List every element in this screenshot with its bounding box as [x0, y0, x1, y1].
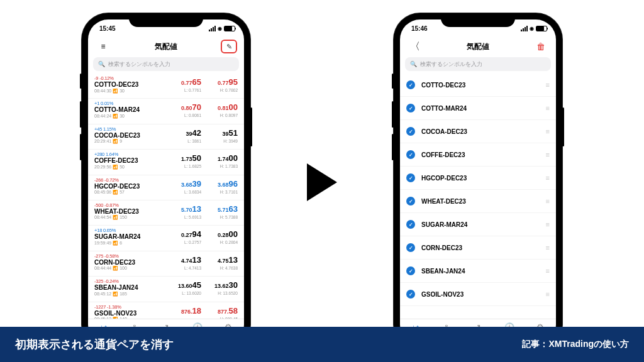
symbol-name: SUGAR-MAR24: [421, 221, 540, 228]
status-indicators: ◉: [521, 26, 547, 31]
edit-row[interactable]: ✓COFFE-DEC23≡: [400, 143, 556, 167]
quote-row[interactable]: +280 1.64%COFFE-DEC2320:29:56 📶 501.7350…: [88, 150, 244, 175]
ask-price: 3951: [223, 128, 238, 138]
high-price: H: 3949: [223, 139, 238, 143]
ask-price: 0.2800: [218, 229, 238, 239]
drag-handle-icon[interactable]: ≡: [546, 267, 548, 275]
search-field[interactable]: 🔍 検索するシンボルを入力: [93, 57, 239, 71]
quotes-list[interactable]: -9 -0.12%COTTO-DEC2308:44:30 📶 300.7765L…: [88, 74, 244, 319]
edit-row[interactable]: ✓GSOIL-NOV23≡: [400, 283, 556, 306]
timestamp: 20:29:56 📶 50: [94, 165, 171, 170]
timestamp: 08:45:12 📶 185: [94, 292, 171, 297]
check-icon[interactable]: ✓: [406, 290, 415, 299]
bid-price: 0.7765: [181, 77, 201, 87]
drag-handle-icon[interactable]: ≡: [546, 197, 548, 205]
low-price: L: 1.6825: [184, 164, 201, 168]
bid-price: 4.7413: [181, 255, 201, 265]
quote-row[interactable]: -325 -0.24%SBEAN-JAN2408:45:12 📶 18513.6…: [88, 277, 244, 302]
timestamp: 19:59:49 📶 6: [94, 241, 171, 246]
quote-row[interactable]: -266 -0.72%HGCOP-DEC2308:45:06 📶 573.683…: [88, 175, 244, 200]
change: +45 1.15%: [94, 126, 171, 132]
bid-price: 5.7013: [181, 204, 201, 214]
symbol-name: WHEAT-DEC23: [94, 208, 171, 216]
edit-row[interactable]: ✓WHEAT-DEC23≡: [400, 190, 556, 213]
check-icon[interactable]: ✓: [406, 104, 415, 112]
timestamp: 08:44:54 📶 150: [94, 215, 171, 220]
drag-handle-icon[interactable]: ≡: [546, 244, 548, 251]
quote-row[interactable]: -275 -0.58%CORN-DEC2308:44:44 📶 1004.741…: [88, 251, 244, 277]
ask-price: 877.58: [218, 305, 238, 315]
edit-row[interactable]: ✓HGCOP-DEC23≡: [400, 167, 556, 190]
status-indicators: ◉: [209, 26, 235, 31]
low-price: L: 4.7413: [184, 266, 201, 270]
high-price: H: 3.7101: [220, 190, 238, 194]
check-icon[interactable]: ✓: [406, 150, 415, 159]
stage: 15:45 ◉ ≡ 気配値 ✎ 🔍 検索するシンボルを入力: [0, 0, 644, 362]
symbol-name: COFFE-DEC23: [94, 157, 171, 165]
timestamp: 20:29:41 📶 9: [94, 139, 171, 144]
change: -275 -0.58%: [94, 253, 171, 259]
search-icon: 🔍: [410, 61, 417, 67]
phone-notch: [441, 13, 515, 27]
symbol-name: HGCOP-DEC23: [421, 175, 540, 182]
symbol-name: HGCOP-DEC23: [94, 183, 171, 190]
wifi-icon: ◉: [218, 26, 222, 31]
search-field[interactable]: 🔍 検索するシンボルを入力: [405, 57, 551, 71]
quote-row[interactable]: +45 1.15%COCOA-DEC2320:29:41 📶 93942L: 3…: [88, 124, 244, 150]
delete-button[interactable]: 🗑: [536, 41, 545, 52]
symbol-name: SUGAR-MAR24: [94, 233, 171, 241]
quote-row[interactable]: +18 0.65%SUGAR-MAR2419:59:49 📶 60.2794L:…: [88, 226, 244, 251]
symbol-name: COTTO-MAR24: [421, 105, 540, 112]
drag-handle-icon[interactable]: ≡: [546, 174, 548, 182]
edit-row[interactable]: ✓SBEAN-JAN24≡: [400, 260, 556, 283]
drag-handle-icon[interactable]: ≡: [546, 221, 548, 228]
bid-price: 0.2794: [181, 229, 201, 239]
drag-handle-icon[interactable]: ≡: [546, 104, 548, 112]
quote-row[interactable]: +1 0.01%COTTO-MAR2408:44:24 📶 300.8070L:…: [88, 99, 244, 124]
timestamp: 08:45:06 📶 57: [94, 190, 171, 195]
low-price: L: 3861: [187, 139, 201, 143]
nav-title: 気配値: [155, 41, 177, 52]
drag-handle-icon[interactable]: ≡: [546, 81, 548, 89]
check-icon[interactable]: ✓: [406, 220, 415, 229]
edit-row[interactable]: ✓COCOA-DEC23≡: [400, 120, 556, 143]
check-icon[interactable]: ✓: [406, 197, 415, 206]
banner-reference: 記事：XMTradingの使い方: [522, 339, 629, 350]
search-icon: 🔍: [98, 61, 105, 67]
timestamp: 08:44:30 📶 30: [94, 89, 171, 94]
check-icon[interactable]: ✓: [406, 243, 415, 252]
quote-row[interactable]: -500 -0.87%WHEAT-DEC2308:44:54 📶 1505.70…: [88, 200, 244, 226]
menu-button[interactable]: ≡: [94, 42, 112, 51]
edit-button[interactable]: ✎: [221, 40, 237, 53]
drag-handle-icon[interactable]: ≡: [546, 151, 548, 158]
change: -325 -0.24%: [94, 278, 171, 284]
bid-price: 0.8070: [181, 102, 201, 112]
high-price: H: 0.2804: [220, 240, 238, 244]
edit-list[interactable]: ✓COTTO-DEC23≡✓COTTO-MAR24≡✓COCOA-DEC23≡✓…: [400, 74, 556, 319]
symbol-name: SBEAN-JAN24: [94, 284, 171, 292]
play-icon: [307, 163, 337, 201]
check-icon[interactable]: ✓: [406, 266, 415, 275]
check-icon[interactable]: ✓: [406, 127, 415, 136]
back-button[interactable]: 〈: [410, 40, 420, 53]
ask-price: 1.7400: [218, 153, 238, 163]
bid-price: 3942: [186, 128, 201, 138]
check-icon[interactable]: ✓: [406, 173, 415, 182]
low-price: L: 0.7761: [184, 88, 201, 92]
symbol-name: COTTO-MAR24: [94, 106, 171, 114]
high-price: H: 0.8097: [220, 113, 238, 118]
quote-row[interactable]: -1227 -1.38%GSOIL-NOV2308:45:13 📶 140876…: [88, 302, 244, 319]
quote-row[interactable]: -9 -0.12%COTTO-DEC2308:44:30 📶 300.7765L…: [88, 74, 244, 99]
ask-price: 4.7513: [218, 255, 238, 265]
drag-handle-icon[interactable]: ≡: [546, 290, 548, 298]
search-placeholder: 検索するシンボルを入力: [108, 60, 170, 69]
ask-price: 13.6230: [214, 280, 238, 290]
check-icon[interactable]: ✓: [406, 80, 415, 89]
edit-row[interactable]: ✓COTTO-MAR24≡: [400, 97, 556, 120]
edit-row[interactable]: ✓COTTO-DEC23≡: [400, 74, 556, 97]
battery-icon: [224, 26, 235, 31]
symbol-name: WHEAT-DEC23: [421, 198, 540, 205]
edit-row[interactable]: ✓CORN-DEC23≡: [400, 236, 556, 260]
drag-handle-icon[interactable]: ≡: [546, 128, 548, 135]
edit-row[interactable]: ✓SUGAR-MAR24≡: [400, 213, 556, 236]
